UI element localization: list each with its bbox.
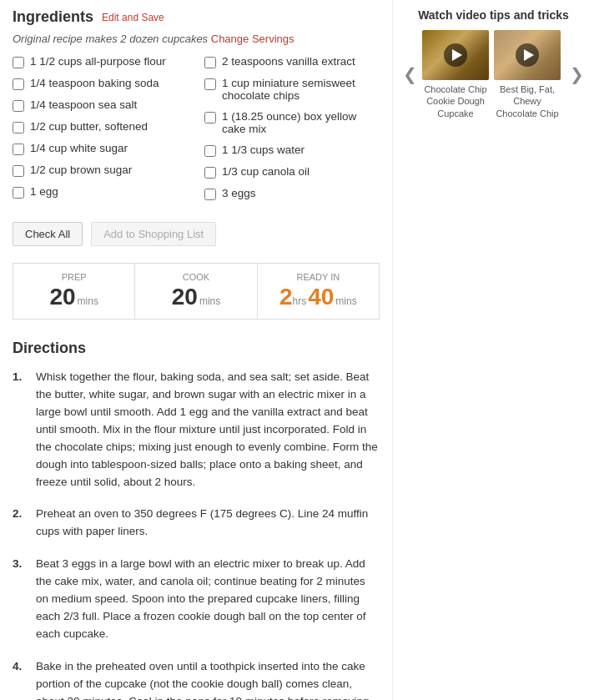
add-to-shopping-button[interactable]: Add to Shopping List <box>91 222 216 246</box>
list-item: 4. Bake in the preheated oven until a to… <box>13 658 380 700</box>
list-item: 2 teaspoons vanilla extract <box>204 55 380 68</box>
ingredient-checkbox-12[interactable] <box>204 167 216 179</box>
prep-unit: mins <box>78 295 98 307</box>
video-thumb-2[interactable]: Best Big, Fat, Chewy Chocolate Chip <box>494 30 561 119</box>
ingredient-text-11: 1 1/3 cups water <box>222 144 305 156</box>
ready-label: READY IN <box>264 272 372 282</box>
ready-mins-value: 40 <box>308 284 334 310</box>
ingredient-text-9: 1 cup miniature semisweet chocolate chip… <box>222 77 380 102</box>
ingredient-checkbox-4[interactable] <box>13 122 24 133</box>
video-carousel: ❮ Chocolate Chip Cookie Dough Cupcake <box>401 30 586 119</box>
step-text-1: Whisk together the flour, baking soda, a… <box>36 369 380 491</box>
ingredient-checkbox-6[interactable] <box>13 165 24 177</box>
ingredient-checkbox-9[interactable] <box>204 78 216 90</box>
step-text-4: Bake in the preheated oven until a tooth… <box>36 658 380 700</box>
cook-value: 20 <box>172 284 198 310</box>
step-text-3: Beat 3 eggs in a large bowl with an elec… <box>36 556 380 643</box>
video-thumb-label-2: Best Big, Fat, Chewy Chocolate Chip <box>494 83 561 119</box>
carousel-next-arrow[interactable]: ❯ <box>568 64 586 84</box>
video-thumb-1[interactable]: Chocolate Chip Cookie Dough Cupcake <box>422 30 489 119</box>
directions-list: 1. Whisk together the flour, baking soda… <box>13 369 380 700</box>
cook-value-row: 20mins <box>142 284 249 310</box>
ingredient-checkbox-7[interactable] <box>13 187 24 199</box>
video-tips-title: Watch video tips and tricks <box>401 8 586 22</box>
step-number-2: 2. <box>13 506 28 541</box>
ingredient-checkbox-13[interactable] <box>204 189 216 200</box>
ready-block: READY IN 2hrs40mins <box>258 264 379 319</box>
video-thumbnails: Chocolate Chip Cookie Dough Cupcake Best… <box>422 30 565 119</box>
list-item: 1 cup miniature semisweet chocolate chip… <box>204 77 380 102</box>
ingredient-text-5: 1/4 cup white sugar <box>30 142 128 154</box>
ready-hrs-unit: hrs <box>293 295 307 307</box>
carousel-prev-arrow[interactable]: ❮ <box>401 64 419 84</box>
prep-value-row: 20mins <box>20 284 128 310</box>
ingredient-checkbox-8[interactable] <box>204 57 216 68</box>
directions-title: Directions <box>13 340 380 357</box>
ingredients-grid: 1 1/2 cups all-purpose flour 1/4 teaspoo… <box>13 55 380 209</box>
ingredient-text-10: 1 (18.25 ounce) box yellow cake mix <box>222 110 380 135</box>
ingredient-checkbox-5[interactable] <box>13 144 24 155</box>
play-button-2 <box>516 43 539 67</box>
ingredient-checkbox-2[interactable] <box>13 78 24 90</box>
list-item: 1/2 cup brown sugar <box>13 164 188 177</box>
ingredient-text-7: 1 egg <box>30 185 58 198</box>
prep-label: PREP <box>20 272 128 282</box>
list-item: 3 eggs <box>204 187 380 200</box>
step-number-1: 1. <box>13 369 28 491</box>
ingredient-text-4: 1/2 cup butter, softened <box>30 120 148 133</box>
step-number-4: 4. <box>13 658 28 700</box>
play-triangle-icon-2 <box>524 49 534 61</box>
list-item: 1/2 cup butter, softened <box>13 120 188 133</box>
ingredient-text-8: 2 teaspoons vanilla extract <box>222 55 355 68</box>
list-item: 1 egg <box>13 185 188 199</box>
ingredient-text-12: 1/3 cup canola oil <box>222 165 310 178</box>
list-item: 1. Whisk together the flour, baking soda… <box>13 369 380 491</box>
list-item: 1/4 teaspoon baking soda <box>13 77 188 90</box>
main-content: Ingredients Edit and Save Original recip… <box>0 0 392 700</box>
ingredient-text-2: 1/4 teaspoon baking soda <box>30 77 159 89</box>
ingredient-text-6: 1/2 cup brown sugar <box>30 164 132 176</box>
buttons-row: Check All Add to Shopping List <box>13 222 380 246</box>
step-text-2: Preheat an oven to 350 degrees F (175 de… <box>36 506 380 541</box>
list-item: 2. Preheat an oven to 350 degrees F (175… <box>13 506 380 541</box>
ingredients-title: Ingredients <box>13 8 93 26</box>
change-servings-link[interactable]: Change Servings <box>211 33 294 45</box>
edit-save-link[interactable]: Edit and Save <box>102 12 164 23</box>
ingredients-header: Ingredients Edit and Save <box>13 8 380 26</box>
list-item: 1 1/3 cups water <box>204 144 380 157</box>
check-all-button[interactable]: Check All <box>13 222 83 246</box>
ready-mins-unit: mins <box>335 295 356 307</box>
ingredients-col-2: 2 teaspoons vanilla extract 1 cup miniat… <box>204 55 380 209</box>
list-item: 1 (18.25 ounce) box yellow cake mix <box>204 110 380 135</box>
ready-hrs-value: 2 <box>279 284 293 310</box>
original-recipe-text: Original recipe makes 2 dozen cupcakes C… <box>13 33 380 45</box>
cook-block: COOK 20mins <box>135 264 257 319</box>
prep-block: PREP 20mins <box>13 264 135 319</box>
play-triangle-icon <box>452 49 462 61</box>
cook-unit: mins <box>199 295 220 307</box>
original-recipe-label: Original recipe makes 2 dozen cupcakes <box>13 33 208 45</box>
list-item: 1/4 teaspoon sea salt <box>13 98 188 112</box>
ingredients-col-1: 1 1/2 cups all-purpose flour 1/4 teaspoo… <box>13 55 188 209</box>
list-item: 1 1/2 cups all-purpose flour <box>13 55 188 68</box>
ingredient-checkbox-1[interactable] <box>13 57 24 68</box>
ingredient-text-13: 3 eggs <box>222 187 256 199</box>
list-item: 3. Beat 3 eggs in a large bowl with an e… <box>13 556 380 643</box>
step-number-3: 3. <box>13 556 28 643</box>
sidebar: Watch video tips and tricks ❮ Chocolate … <box>392 0 594 700</box>
video-thumb-img-1 <box>422 30 489 80</box>
ingredient-checkbox-3[interactable] <box>13 100 24 112</box>
ingredient-checkbox-10[interactable] <box>204 112 216 123</box>
prep-value: 20 <box>49 284 75 310</box>
video-thumb-label-1: Chocolate Chip Cookie Dough Cupcake <box>422 83 489 119</box>
ingredient-text-1: 1 1/2 cups all-purpose flour <box>30 55 166 68</box>
list-item: 1/4 cup white sugar <box>13 142 188 155</box>
play-button-1 <box>444 43 467 67</box>
cook-label: COOK <box>142 272 249 282</box>
video-thumb-img-2 <box>494 30 561 80</box>
ready-value-row: 2hrs40mins <box>264 284 372 310</box>
list-item: 1/3 cup canola oil <box>204 165 380 179</box>
timer-section: PREP 20mins COOK 20mins READY IN 2hrs40m… <box>13 263 380 320</box>
ingredient-text-3: 1/4 teaspoon sea salt <box>30 98 137 111</box>
ingredient-checkbox-11[interactable] <box>204 145 216 157</box>
